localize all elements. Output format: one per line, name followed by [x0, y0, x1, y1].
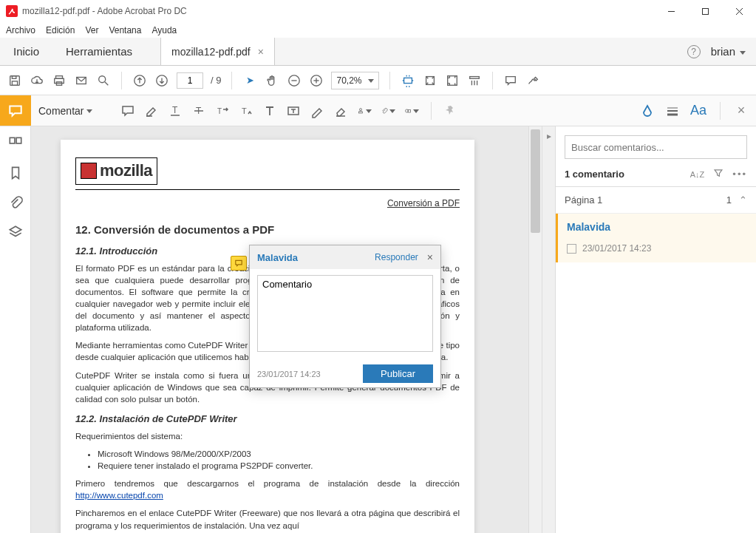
fit-width-icon[interactable] [401, 73, 415, 88]
comment-mode-icon[interactable] [0, 95, 31, 126]
menu-bar: Archivo Edición Ver Ventana Ayuda [0, 22, 756, 38]
svg-rect-24 [469, 76, 479, 78]
page-input[interactable] [177, 72, 203, 89]
user-label: brian [711, 45, 735, 58]
mail-icon[interactable] [74, 73, 89, 88]
svg-line-13 [105, 81, 109, 85]
pointer-icon[interactable]: ➤ [242, 73, 257, 88]
close-button[interactable] [722, 0, 756, 22]
main-region: mozilla Conversión a PDF 12. Conversión … [0, 126, 756, 533]
strikethrough-tool-icon[interactable]: T [191, 103, 206, 118]
thumbnails-icon[interactable] [7, 135, 24, 152]
scrollbar[interactable] [528, 126, 542, 533]
maximize-button[interactable] [688, 0, 722, 22]
comment-textarea[interactable] [257, 275, 433, 352]
popup-close-icon[interactable]: × [427, 251, 433, 263]
textbox-tool-icon[interactable] [286, 103, 301, 118]
window-title: mozilla12-pdf.pdf - Adobe Acrobat Pro DC [22, 6, 187, 16]
tab-document[interactable]: mozilla12-pdf.pdf × [160, 38, 275, 65]
comment-icon[interactable] [503, 73, 518, 88]
sticky-note-marker[interactable] [231, 256, 247, 271]
publish-button[interactable]: Publicar [363, 364, 433, 383]
item-author: Malavida [567, 221, 747, 233]
doc-paragraph: Requerimientos del sistema: [75, 430, 460, 442]
comment-list-item[interactable]: Malavida 23/01/2017 14:23 [556, 214, 756, 262]
chevron-up-icon[interactable]: ⌃ [739, 194, 747, 206]
svg-text:T: T [242, 106, 247, 115]
attach-tool-icon[interactable] [381, 103, 395, 118]
prev-page-icon[interactable] [132, 73, 147, 88]
underline-tool-icon[interactable]: T [168, 103, 183, 118]
sort-icon[interactable]: A↓Z [690, 170, 705, 179]
svg-rect-47 [16, 138, 21, 143]
weight-tool-icon[interactable] [665, 103, 680, 118]
list-item: Requiere tener instalado el programa PS2… [98, 460, 460, 472]
panel-page-header[interactable]: Página 1 1 ⌃ [556, 187, 756, 214]
item-checkbox[interactable] [567, 244, 576, 254]
chevron-down-icon [413, 105, 419, 116]
sign-icon[interactable] [525, 73, 540, 88]
popup-author: Malavida [257, 252, 298, 263]
zoom-value: 70,2% [336, 75, 361, 86]
menu-help[interactable]: Ayuda [151, 25, 177, 35]
hand-icon[interactable] [265, 73, 279, 88]
cloud-icon[interactable] [30, 73, 44, 88]
acrobat-icon [6, 5, 18, 17]
comment-dropdown[interactable]: Comentar [38, 105, 92, 117]
tab-home[interactable]: Inicio [0, 38, 52, 65]
reading-icon[interactable] [467, 73, 482, 88]
menu-window[interactable]: Ventana [109, 25, 141, 35]
svg-rect-21 [403, 78, 412, 83]
insert-text-tool-icon[interactable]: T [239, 103, 253, 118]
filter-icon[interactable] [713, 168, 723, 180]
minimize-button[interactable] [654, 0, 688, 22]
save-icon[interactable] [7, 73, 22, 88]
text-tool-icon[interactable] [262, 103, 277, 118]
right-rail-collapse: ▸ [542, 126, 555, 533]
replace-text-tool-icon[interactable]: T [215, 103, 230, 118]
eraser-tool-icon[interactable] [333, 103, 348, 118]
close-toolbar-icon[interactable]: × [734, 103, 749, 118]
fullscreen-icon[interactable] [445, 73, 460, 88]
zoom-out-icon[interactable] [287, 73, 302, 88]
pencil-tool-icon[interactable] [310, 103, 324, 118]
tab-tools[interactable]: Herramientas [52, 38, 146, 65]
attachments-icon[interactable] [7, 194, 24, 211]
more-icon[interactable]: ••• [732, 169, 747, 180]
menu-view[interactable]: Ver [85, 25, 98, 35]
user-menu[interactable]: brian [711, 45, 746, 58]
font-tool-icon[interactable]: Aa [690, 103, 706, 118]
shapes-tool-icon[interactable] [404, 103, 419, 118]
panel-page-label: Página 1 [565, 194, 602, 206]
sticky-note-tool-icon[interactable] [120, 103, 135, 118]
scrollbar-thumb[interactable] [531, 129, 540, 233]
layers-icon[interactable] [7, 224, 24, 240]
tabs-row: Inicio Herramientas mozilla12-pdf.pdf × … [0, 38, 756, 66]
search-icon[interactable] [96, 73, 111, 88]
print-icon[interactable] [52, 73, 67, 88]
svg-point-37 [360, 108, 362, 110]
help-icon[interactable]: ? [687, 45, 701, 58]
left-rail [0, 126, 31, 533]
zoom-select[interactable]: 70,2% [331, 72, 378, 89]
search-comments-input[interactable] [565, 135, 747, 159]
color-tool-icon[interactable] [640, 103, 655, 118]
menu-file[interactable]: Archivo [6, 25, 35, 35]
doc-link[interactable]: http://www.cutepdf.com [75, 491, 163, 500]
collapse-chevron-icon[interactable]: ▸ [547, 131, 551, 141]
pin-icon[interactable] [443, 103, 458, 118]
main-toolbar: / 9 ➤ 70,2% [0, 66, 756, 95]
reply-button[interactable]: Responder [375, 252, 418, 262]
svg-text:T: T [172, 105, 178, 115]
bookmarks-icon[interactable] [7, 165, 24, 181]
zoom-in-icon[interactable] [309, 73, 324, 88]
fit-page-icon[interactable] [423, 73, 437, 88]
chevron-down-icon [740, 45, 746, 58]
conversion-link[interactable]: Conversión a PDF [75, 197, 460, 210]
svg-rect-23 [447, 75, 457, 85]
tab-close-icon[interactable]: × [258, 46, 264, 58]
menu-edit[interactable]: Edición [46, 25, 75, 35]
stamp-tool-icon[interactable] [357, 103, 372, 118]
next-page-icon[interactable] [154, 73, 169, 88]
highlight-tool-icon[interactable] [144, 103, 159, 118]
